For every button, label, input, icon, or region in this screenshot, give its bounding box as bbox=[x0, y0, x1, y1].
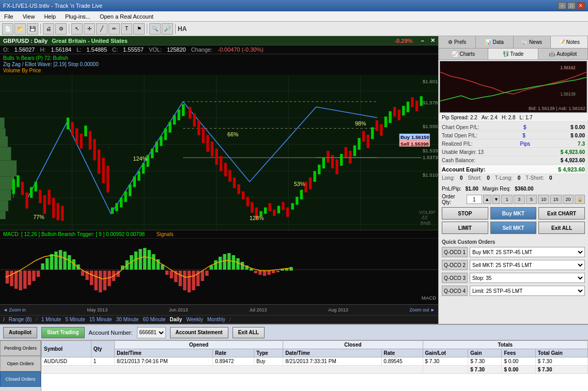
toolbar-crosshair[interactable]: ✛ bbox=[84, 23, 95, 35]
tf-1min[interactable]: 1 Minute bbox=[41, 317, 61, 322]
exit-chart-button[interactable]: Exit CHART bbox=[538, 207, 585, 220]
menu-file[interactable]: File bbox=[2, 13, 16, 20]
total-open-pl-link[interactable]: $ bbox=[522, 133, 525, 138]
start-trading-button[interactable]: Start Trading bbox=[41, 327, 85, 338]
subtab-charts[interactable]: 📈 Charts bbox=[439, 49, 488, 59]
qty-preset-3[interactable]: 3 bbox=[514, 195, 525, 204]
stop-button[interactable]: STOP bbox=[442, 207, 488, 220]
minimize-button[interactable]: − bbox=[558, 2, 566, 9]
toolbar-text[interactable]: T bbox=[121, 23, 132, 35]
toolbar-arrow[interactable]: ↖ bbox=[71, 23, 83, 35]
autopilot-button[interactable]: Autopilot bbox=[3, 327, 37, 338]
macd-chart-area[interactable]: MACD bbox=[0, 239, 438, 301]
tf-weekly[interactable]: Weekly bbox=[186, 317, 203, 322]
chart-country: Great Britain - United States bbox=[52, 38, 128, 44]
usable-margin-label: Usable Margin: 13 bbox=[442, 149, 484, 155]
toolbar-new[interactable]: 📄 bbox=[2, 23, 13, 35]
tab-notes[interactable]: 📝 Notes bbox=[551, 36, 588, 48]
qty-preset-5[interactable]: 5 bbox=[526, 195, 537, 204]
chart-close-btn[interactable]: ✕ bbox=[430, 37, 435, 44]
menu-plugins[interactable]: Plug-ins... bbox=[63, 13, 92, 20]
qco-4-id[interactable]: Q-OCO 4 bbox=[442, 286, 468, 296]
tab-prefs[interactable]: ⚙ Prefs bbox=[439, 36, 476, 48]
title-bar: FX-LIVE1-US.tntlv - Track 'n Trade Live … bbox=[0, 0, 588, 11]
toolbar-zoom-in[interactable]: 🔍 bbox=[149, 23, 161, 35]
svg-rect-12 bbox=[0, 128, 6, 136]
maximize-button[interactable]: □ bbox=[567, 2, 576, 9]
svg-rect-84 bbox=[277, 206, 280, 213]
qco-2-id[interactable]: Q-OCO 2 bbox=[442, 260, 468, 270]
right-panel: ⚙ Prefs 📊 Data 📰 News 📝 Notes 📈 Charts bbox=[438, 36, 588, 324]
menu-view[interactable]: View bbox=[21, 13, 37, 20]
col-gain-lot: Gain/Lot bbox=[423, 349, 468, 357]
qco-1-select[interactable]: Buy MKT: 25 STP-45 LMT bbox=[470, 247, 585, 257]
toolbar-save[interactable]: 💾 bbox=[27, 23, 38, 35]
tf-daily[interactable]: Daily bbox=[170, 317, 182, 322]
zoom-out-btn[interactable]: Zoom out ► bbox=[410, 307, 435, 312]
tf-range[interactable]: / bbox=[3, 317, 5, 322]
subtab-autopilot[interactable]: 🤖 Autopilot bbox=[538, 49, 588, 59]
account-number-select[interactable]: 666681 bbox=[137, 327, 166, 338]
subtab-trade[interactable]: 💱 Trade bbox=[488, 49, 538, 59]
svg-rect-76 bbox=[242, 192, 244, 200]
chart-header: GBP/USD : Daily Great Britain - United S… bbox=[0, 36, 438, 45]
macd-svg: MACD bbox=[0, 239, 438, 301]
qty-preset-10[interactable]: 10 bbox=[538, 195, 549, 204]
realized-pl-link[interactable]: Pips bbox=[520, 141, 530, 147]
toolbar-flag[interactable]: ⚑ bbox=[133, 23, 145, 35]
pending-orders-tab[interactable]: Pending Orders bbox=[0, 340, 41, 356]
buy-mkt-button[interactable]: Buy MKT bbox=[490, 207, 537, 220]
limit-button[interactable]: LIMIT bbox=[442, 222, 488, 234]
zoom-in-btn[interactable]: ◄ Zoom in bbox=[3, 307, 26, 312]
svg-rect-189 bbox=[232, 255, 235, 270]
tf-monthly[interactable]: Monthly bbox=[207, 317, 225, 322]
tf-60min[interactable]: 60 Minute bbox=[143, 317, 166, 322]
toolbar-line[interactable]: ╱ bbox=[96, 23, 107, 35]
toolbar-zoom-out[interactable]: 🔎 bbox=[162, 23, 173, 35]
toolbar-print[interactable]: 🖨 bbox=[43, 23, 54, 35]
tf-15min[interactable]: 15 Minute bbox=[89, 317, 112, 322]
timeframes-bar: / Range (8) / 1 Minute 5 Minute 15 Minut… bbox=[0, 315, 438, 324]
mini-chart-svg: 1.56162 1.56139 bbox=[440, 61, 586, 112]
bottom-exit-all-button[interactable]: Exit ALL bbox=[233, 327, 265, 338]
menu-help[interactable]: Help bbox=[42, 13, 58, 20]
closed-orders-tab[interactable]: Closed Orders bbox=[0, 371, 41, 387]
svg-rect-104 bbox=[367, 135, 369, 148]
chart-open-pl-link[interactable]: $ bbox=[523, 124, 527, 130]
svg-rect-61 bbox=[173, 115, 176, 125]
row-total-gain: $ 7.30 bbox=[535, 357, 587, 366]
qco-3-select[interactable]: Stop: 35 bbox=[470, 273, 585, 283]
close-button[interactable]: ✕ bbox=[577, 2, 585, 9]
qco-3-id[interactable]: Q-OCO 3 bbox=[442, 273, 468, 283]
qty-lock-btn[interactable]: 🔒 bbox=[575, 195, 585, 204]
tab-data[interactable]: 📊 Data bbox=[476, 36, 513, 48]
menu-open-account[interactable]: Open a Real Account bbox=[98, 13, 156, 20]
toolbar-settings[interactable]: ⚙ bbox=[55, 23, 67, 35]
main-price-chart[interactable]: 124% 66% 98% 77% 128% 53% 1.53738 Buy 1.… bbox=[0, 75, 438, 230]
qty-preset-20[interactable]: 20 bbox=[563, 195, 574, 204]
toolbar-pencil[interactable]: ✏ bbox=[109, 23, 120, 35]
chart-min-btn[interactable]: − bbox=[421, 38, 424, 44]
tf-30min[interactable]: 30 Minute bbox=[116, 317, 139, 322]
exit-all-button[interactable]: Exit ALL bbox=[538, 222, 585, 234]
qty-preset-1[interactable]: 1 bbox=[501, 195, 513, 204]
trade-btn-row-2: LIMIT Sell MKT Exit ALL bbox=[442, 222, 585, 234]
tf-range-val[interactable]: Range (8) bbox=[9, 317, 32, 322]
tf-5min[interactable]: 5 Minute bbox=[65, 317, 85, 322]
tf-sep1: / bbox=[36, 317, 37, 322]
qty-up-btn[interactable]: ▲ bbox=[483, 195, 491, 204]
sell-mkt-button[interactable]: Sell MKT bbox=[490, 222, 537, 234]
qty-down-btn[interactable]: ▼ bbox=[492, 195, 501, 204]
tab-news[interactable]: 📰 News bbox=[514, 36, 551, 48]
open-value: 1.56027 bbox=[14, 46, 35, 53]
account-statement-button[interactable]: Account Statement bbox=[170, 327, 228, 338]
toolbar-open[interactable]: 📂 bbox=[14, 23, 26, 35]
qco-2-select[interactable]: Sell MKT: 25 STP-45 LMT bbox=[470, 260, 585, 270]
qty-preset-15[interactable]: 15 bbox=[550, 195, 562, 204]
svg-rect-48 bbox=[115, 203, 118, 211]
qty-input[interactable] bbox=[467, 195, 482, 204]
open-orders-tab[interactable]: Open Orders bbox=[0, 356, 41, 371]
notes-icon: 📝 bbox=[559, 39, 565, 45]
qco-4-select[interactable]: Limit: 25 STP-45 LMT bbox=[470, 286, 585, 296]
qco-1-id[interactable]: Q-OCO 1 bbox=[442, 247, 468, 257]
